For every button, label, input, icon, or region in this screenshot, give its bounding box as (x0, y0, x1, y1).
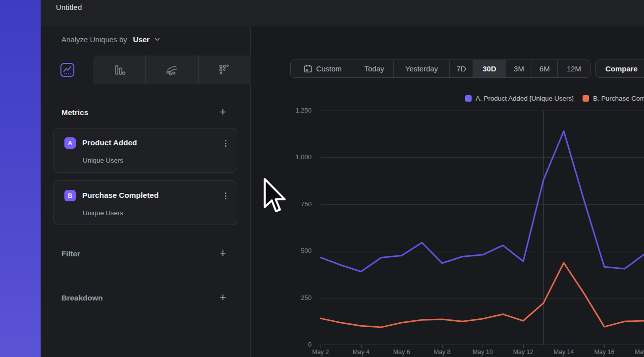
chart-type-inactive-panel (93, 56, 251, 84)
analyze-by-row: Analyze Uniques by User (61, 35, 160, 44)
kebab-menu-icon[interactable] (222, 191, 229, 201)
metrics-header-row: Metrics + (61, 107, 227, 119)
report-title[interactable]: Untitled (56, 3, 82, 11)
add-breakdown-button[interactable]: + (218, 294, 227, 302)
line-chart[interactable] (251, 26, 644, 357)
filter-heading: Filter (61, 249, 80, 258)
metric-badge: B (64, 190, 76, 201)
metric-subtitle[interactable]: Unique Users (83, 157, 123, 164)
metric-subtitle[interactable]: Unique Users (83, 209, 123, 217)
metric-title: Product Added (82, 138, 137, 147)
tab-line-chart[interactable] (60, 62, 75, 77)
analyze-by-label: Analyze Uniques by (61, 35, 127, 44)
bar-chart-icon (113, 63, 126, 76)
tab-flow[interactable] (145, 56, 198, 84)
kebab-menu-icon[interactable] (222, 138, 229, 148)
flow-icon (165, 63, 178, 76)
line-chart-icon (60, 62, 75, 77)
scatter-grid-icon (218, 63, 231, 76)
tab-bar-chart[interactable] (93, 56, 145, 84)
desktop-background-strip (0, 0, 41, 357)
metric-card-b[interactable]: BPurchase CompletedUnique Users (54, 180, 237, 225)
query-sidebar: Analyze Uniques by User (41, 26, 251, 357)
metric-card-a[interactable]: AProduct AddedUnique Users (54, 128, 237, 173)
breakdown-header-row: Breakdown + (61, 292, 227, 304)
app-window: Untitled Analyze Uniques by User (0, 0, 644, 357)
metrics-list: AProduct AddedUnique UsersBPurchase Comp… (54, 128, 237, 233)
add-metric-button[interactable]: + (218, 108, 227, 117)
tab-scatter-grid[interactable] (198, 56, 251, 84)
chart-type-tabstrip (41, 56, 251, 84)
analyze-by-value-dropdown[interactable]: User (133, 35, 150, 44)
metrics-heading: Metrics (61, 108, 88, 117)
series-line (321, 263, 644, 327)
add-filter-button[interactable]: + (218, 249, 227, 258)
metric-badge: A (64, 137, 76, 149)
chevron-down-icon[interactable] (155, 38, 160, 41)
chart-pane: CustomTodayYesterday7D30D3M6M12M Compare… (251, 26, 644, 357)
header-bar: Untitled (41, 0, 644, 26)
filter-header-row: Filter + (61, 248, 227, 260)
breakdown-heading: Breakdown (61, 294, 103, 302)
metric-title: Purchase Completed (82, 191, 159, 200)
series-line (321, 131, 644, 272)
